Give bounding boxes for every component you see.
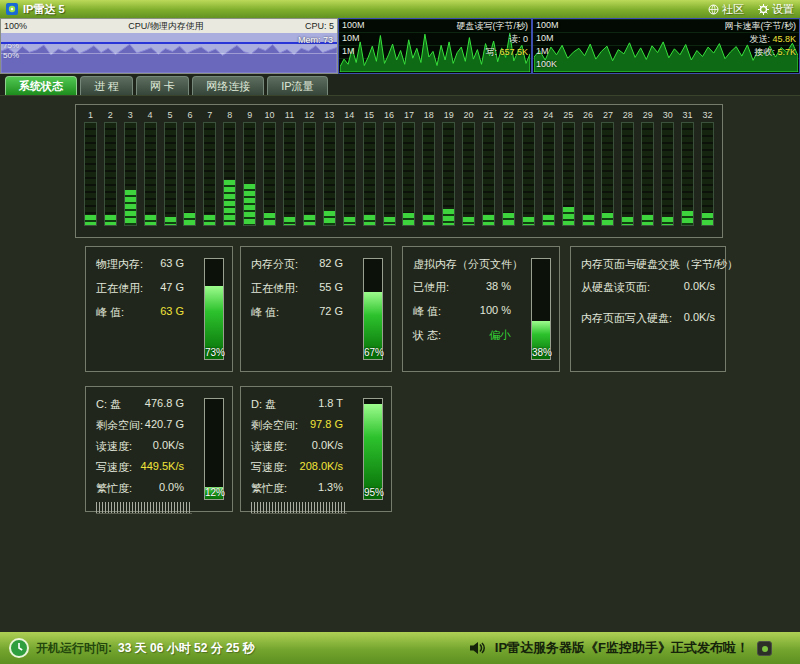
cpu-core-10: 10 [260, 109, 279, 226]
disk-c-panel: C: 盘476.8 G 剩余空间:420.7 G 读速度:0.0K/s 写速度:… [85, 386, 233, 512]
cpu-core-32: 32 [698, 109, 717, 226]
settings-menu-item[interactable]: 设置 [758, 2, 794, 17]
cpu-core-number: 21 [484, 109, 494, 122]
cpu-current: CPU: 5 [305, 21, 334, 31]
community-label: 社区 [722, 2, 744, 17]
cpu-core-fill [224, 180, 235, 225]
cpu-core-fill [364, 215, 375, 225]
cpu-history-chart: 75% 50% Mem: 73 [1, 33, 337, 73]
gridline-50 [1, 53, 337, 54]
physical-memory-used-row: 正在使用:47 G [96, 281, 184, 296]
tab-nic[interactable]: 网 卡 [136, 76, 189, 95]
gear-icon [758, 4, 769, 15]
cpu-core-fill [125, 190, 136, 225]
cpu-core-6: 6 [180, 109, 199, 226]
cpu-core-fill [443, 209, 454, 225]
disk-d-name-row: D: 盘1.8 T [251, 397, 343, 412]
virtual-memory-gauge: 38% [531, 258, 551, 360]
tab-bar: 系统状态 进 程 网 卡 网络连接 IP流量 [0, 74, 800, 96]
tab-system-status[interactable]: 系统状态 [5, 76, 77, 95]
cpu-core-number: 23 [523, 109, 533, 122]
cpu-core-fill [642, 215, 653, 225]
cpu-core-2: 2 [101, 109, 120, 226]
cpu-core-number: 29 [643, 109, 653, 122]
cpu-core-17: 17 [399, 109, 418, 226]
disk-d-activity-histogram [251, 502, 347, 514]
cpu-core-bar [442, 122, 455, 226]
cpu-core-22: 22 [499, 109, 518, 226]
cpu-core-8: 8 [220, 109, 239, 226]
cpu-core-number: 22 [503, 109, 513, 122]
swap-read-row: 从硬盘读页面:0.0K/s [581, 280, 715, 295]
cpu-core-number: 26 [583, 109, 593, 122]
cpu-core-bar [223, 122, 236, 226]
cpu-core-fill [662, 217, 673, 225]
cpu-core-bar [383, 122, 396, 226]
nic-rate-chart-panel: 100M网卡速率(字节/秒) 10M发送: 45.8K 1M接收: 5.7K 1… [532, 18, 800, 74]
cpu-core-number: 5 [168, 109, 173, 122]
disk-c-percent: 12% [205, 487, 223, 498]
cpu-core-fill [284, 217, 295, 225]
cpu-core-bar [641, 122, 654, 226]
tab-ip-traffic[interactable]: IP流量 [267, 76, 327, 95]
cpu-core-number: 13 [324, 109, 334, 122]
title-bar: IP雷达 5 社区 设置 [0, 0, 800, 18]
cpu-core-fill [85, 215, 96, 225]
nic-scale-100m: 100M [536, 20, 559, 33]
cpu-core-bar [84, 122, 97, 226]
disk-c-activity-histogram [96, 502, 192, 514]
cpu-memory-chart-panel: 100% CPU/物理内存使用 CPU: 5 75% 50% Mem: 73 [0, 18, 338, 74]
cpu-core-fill [384, 217, 395, 225]
cpu-core-fill [602, 213, 613, 225]
cpu-core-fill [105, 215, 116, 225]
nic-scale-10m: 10M [536, 33, 554, 46]
swap-write-row: 内存页面写入硬盘:0.0K/s [581, 311, 715, 326]
cpu-core-number: 4 [148, 109, 153, 122]
disk-read-current: 读: 0 [509, 33, 528, 46]
virtual-status-row: 状 态:偏小 [413, 328, 511, 343]
cpu-core-number: 30 [663, 109, 673, 122]
cpu-core-27: 27 [598, 109, 617, 226]
speaker-icon[interactable] [469, 640, 487, 656]
cpu-core-29: 29 [638, 109, 657, 226]
nic-scale-1m: 1M [536, 46, 549, 59]
disk-c-free-row: 剩余空间:420.7 G [96, 418, 184, 433]
virtual-percent: 38% [532, 347, 550, 358]
memory-paging-gauge: 67% [363, 258, 383, 360]
cpu-core-number: 27 [603, 109, 613, 122]
disk-scale-10m: 10M [342, 33, 360, 46]
cpu-core-bar [263, 122, 276, 226]
virtual-memory-title: 虚拟内存（分页文件） [413, 257, 511, 272]
cpu-core-fill [463, 217, 474, 225]
cpu-core-fill [165, 217, 176, 225]
cpu-core-number: 14 [344, 109, 354, 122]
cpu-core-number: 16 [384, 109, 394, 122]
tab-processes[interactable]: 进 程 [80, 76, 133, 95]
cpu-core-number: 8 [227, 109, 232, 122]
status-tray-icon[interactable] [757, 641, 772, 656]
top-charts-row: 100% CPU/物理内存使用 CPU: 5 75% 50% Mem: 73 1… [0, 18, 800, 74]
paging-total-row: 内存分页:82 G [251, 257, 343, 272]
cpu-core-number: 32 [702, 109, 712, 122]
virtual-memory-panel: 虚拟内存（分页文件） 已使用:38 % 峰 值:100 % 状 态:偏小 38% [402, 246, 560, 372]
cpu-scale-100: 100% [4, 21, 27, 31]
cpu-core-number: 11 [285, 109, 294, 122]
uptime-value: 33 天 06 小时 52 分 25 秒 [118, 640, 255, 657]
cpu-core-number: 2 [108, 109, 113, 122]
tab-network-connections[interactable]: 网络连接 [192, 76, 264, 95]
memory-current: Mem: 73 [298, 35, 333, 45]
cpu-core-bar [601, 122, 614, 226]
cpu-core-bar [462, 122, 475, 226]
app-window: IP雷达 5 社区 设置 100% CPU/物理内存使用 CPU: 5 [0, 0, 800, 664]
status-bar: 开机运行时间: 33 天 06 小时 52 分 25 秒 IP雷达服务器版《F监… [0, 632, 800, 664]
community-menu-item[interactable]: 社区 [708, 2, 744, 17]
virtual-peak-row: 峰 值:100 % [413, 304, 511, 319]
gauge-fill [364, 404, 382, 499]
uptime-label: 开机运行时间: [36, 640, 112, 657]
disk-io-chart-panel: 100M硬盘读写(字节/秒) 10M读: 0 1M写: 657.5K [338, 18, 532, 74]
cpu-core-number: 12 [304, 109, 314, 122]
cpu-core-fill [264, 213, 275, 225]
cpu-core-bar [542, 122, 555, 226]
disk-d-panel: D: 盘1.8 T 剩余空间:97.8 G 读速度:0.0K/s 写速度:208… [240, 386, 392, 512]
disk-d-read-row: 读速度:0.0K/s [251, 439, 343, 454]
